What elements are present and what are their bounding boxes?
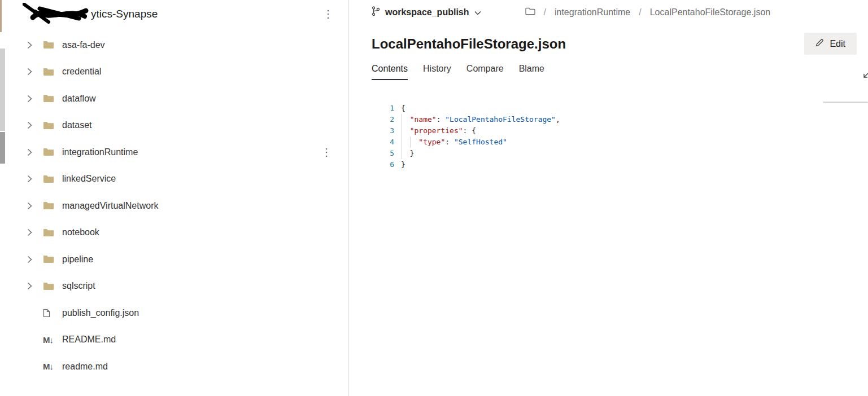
tree-item-dataflow[interactable]: dataflow [6, 85, 348, 112]
folder-icon [43, 121, 55, 130]
tree-item-label: readme.md [62, 362, 108, 372]
branch-name: workspace_publish [385, 7, 469, 17]
code-line[interactable]: 6} [349, 159, 868, 170]
tree-item-label: pipeline [62, 254, 93, 265]
line-number[interactable]: 3 [349, 125, 394, 137]
breadcrumb-item-integrationruntime[interactable]: integrationRuntime [555, 7, 630, 17]
edit-button[interactable]: Edit [804, 33, 857, 55]
pencil-icon [815, 38, 824, 49]
chevron-right-icon[interactable] [27, 175, 35, 183]
edit-button-label: Edit [830, 39, 845, 49]
tree-item-label: integrationRuntime [62, 147, 138, 157]
folder-icon [43, 175, 55, 183]
line-number[interactable]: 2 [349, 114, 394, 125]
tree-item-pipeline[interactable]: pipeline [6, 246, 348, 273]
tab-history[interactable]: History [423, 64, 451, 80]
viewer-topbar: workspace_publish /integrationRuntime/Lo… [349, 0, 868, 25]
branch-selector[interactable]: workspace_publish [372, 6, 481, 19]
tree-item-sqlscript[interactable]: sqlscript [6, 273, 348, 300]
code-line[interactable]: 5 } [349, 148, 868, 159]
more-options-icon[interactable]: ⋮ [321, 146, 332, 159]
repo-more-options-icon[interactable]: ⋮ [323, 9, 333, 19]
code-line[interactable]: 2 "name": "LocalPentahoFileStorage", [349, 114, 868, 125]
left-scrollbar-track-segment[interactable] [0, 49, 5, 131]
tree-item-notebook[interactable]: notebook [6, 219, 348, 247]
line-number[interactable]: 6 [349, 159, 394, 170]
tree-item-label: managedVirtualNetwork [62, 201, 158, 211]
code-line[interactable]: 4 "type": "SelfHosted" [349, 137, 868, 148]
line-number[interactable]: 4 [349, 137, 394, 148]
tab-bar: ContentsHistoryCompareBlame [349, 64, 868, 80]
code-line[interactable]: 3 "properties": { [349, 125, 868, 137]
folder-icon [43, 201, 55, 210]
file-viewer-panel: workspace_publish /integrationRuntime/Lo… [349, 0, 868, 396]
chevron-right-icon[interactable] [27, 68, 35, 76]
markdown-icon: M↓ [43, 362, 55, 371]
tree-item-asa-fa-dev[interactable]: asa-fa-dev [6, 32, 348, 59]
tree-item-label: dataset [62, 120, 91, 130]
tab-contents[interactable]: Contents [372, 64, 408, 80]
tree-item-label: notebook [62, 227, 99, 237]
tab-blame[interactable]: Blame [519, 64, 544, 80]
tree-item-label: credential [62, 67, 101, 77]
line-number[interactable]: 1 [349, 103, 394, 114]
tree-item-label: sqlscript [62, 281, 95, 291]
editor-scrollbar[interactable] [823, 102, 868, 103]
chevron-right-icon[interactable] [27, 148, 35, 156]
code-line[interactable]: 1{ [349, 103, 868, 114]
repo-name: ytics-Synapse [91, 8, 158, 20]
folder-icon [43, 68, 55, 76]
tree-item-dataset[interactable]: dataset [6, 112, 348, 139]
tree-item-integrationruntime[interactable]: integrationRuntime⋮ [6, 139, 348, 166]
breadcrumb-item-localpentahofilestorage-json[interactable]: LocalPentahoFileStorage.json [650, 7, 770, 17]
page-title: LocalPentahoFileStorage.json [372, 36, 566, 52]
indent-guide [410, 137, 411, 148]
left-scrollbar-thumb[interactable] [0, 132, 5, 164]
tree-item-label: publish_config.json [62, 308, 139, 318]
repo-browser-app: ytics-Synapse ⋮ asa-fa-devcredentialdata… [0, 0, 868, 396]
chevron-right-icon[interactable] [27, 202, 35, 210]
tree-item-readme-md[interactable]: M↓readme.md [6, 353, 348, 380]
repo-sidebar: ytics-Synapse ⋮ asa-fa-devcredentialdata… [6, 0, 348, 396]
tree-item-managedvirtualnetwork[interactable]: managedVirtualNetwork [6, 192, 348, 219]
tree-item-readme-md[interactable]: M↓README.md [6, 327, 348, 354]
folder-icon [43, 255, 55, 263]
code-text: "type": "SelfHosted" [401, 137, 507, 148]
title-row: LocalPentahoFileStorage.json Edit [349, 25, 868, 55]
collapse-arrow-icon[interactable] [862, 71, 868, 82]
tab-compare[interactable]: Compare [466, 64, 504, 80]
chevron-right-icon[interactable] [27, 121, 35, 129]
markdown-icon: M↓ [43, 335, 55, 345]
code-text: } [401, 148, 414, 159]
folder-icon [43, 228, 55, 237]
chevron-right-icon[interactable] [27, 228, 35, 236]
code-text: "name": "LocalPentahoFileStorage", [401, 114, 560, 125]
tree-item-credential[interactable]: credential [6, 59, 348, 86]
chevron-right-icon[interactable] [27, 95, 35, 103]
folder-icon [43, 282, 55, 291]
line-number[interactable]: 5 [349, 148, 394, 159]
file-icon [43, 309, 55, 318]
redaction-scribble [23, 3, 89, 25]
breadcrumb-separator: / [544, 7, 546, 17]
tree-item-label: README.md [62, 335, 116, 345]
chevron-right-icon[interactable] [27, 282, 35, 290]
tree-item-label: asa-fa-dev [62, 40, 105, 50]
tree-item-linkedservice[interactable]: linkedService [6, 166, 348, 193]
folder-outline-icon[interactable] [525, 7, 535, 17]
breadcrumb-separator: / [639, 7, 641, 17]
chevron-right-icon[interactable] [27, 41, 35, 49]
breadcrumb: /integrationRuntime/LocalPentahoFileStor… [525, 7, 779, 17]
chevron-right-icon[interactable] [27, 256, 35, 263]
folder-icon [43, 41, 55, 49]
folder-icon [43, 148, 55, 156]
file-tree: asa-fa-devcredentialdataflowdatasetinteg… [6, 28, 348, 380]
code-editor[interactable]: 1{2 "name": "LocalPentahoFileStorage",3 … [349, 102, 868, 396]
code-lines: 1{2 "name": "LocalPentahoFileStorage",3 … [349, 103, 868, 170]
code-text: "properties": { [401, 125, 476, 137]
tree-item-publish-config-json[interactable]: publish_config.json [6, 300, 348, 327]
code-text: { [401, 103, 405, 114]
code-text: } [401, 159, 405, 170]
tree-item-label: dataflow [62, 94, 96, 104]
git-branch-icon [372, 6, 380, 19]
